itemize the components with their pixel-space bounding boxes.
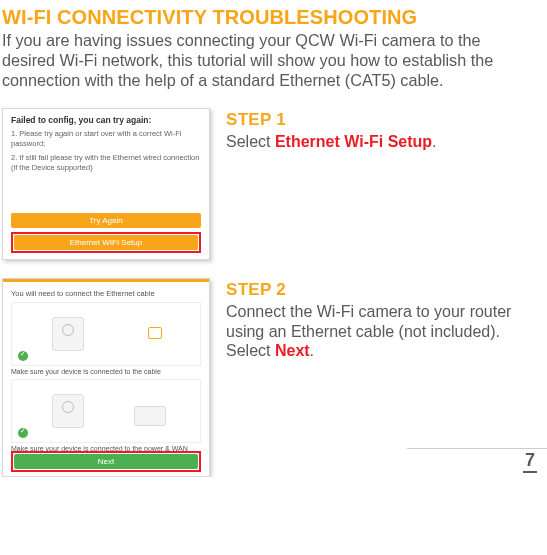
check-icon (18, 428, 28, 438)
step-2-body-post: . (310, 342, 314, 359)
page-heading: WI-FI CONNECTIVITY TROUBLESHOOTING (2, 6, 537, 29)
camera-icon (52, 317, 84, 351)
screen2-illustration-2 (11, 379, 201, 443)
check-icon (18, 351, 28, 361)
highlight-box-step2: Next (11, 451, 201, 472)
step-2-body-pre: Connect the Wi-Fi camera to your router … (226, 303, 511, 359)
next-button[interactable]: Next (14, 454, 198, 469)
step-2-body: Connect the Wi-Fi camera to your router … (226, 302, 537, 361)
step-1-body-pre: Select (226, 133, 275, 150)
screen1-line2: 2. If still fail please try with the Eth… (11, 153, 201, 173)
step-2-title: STEP 2 (226, 280, 537, 300)
screen2-topbar (3, 279, 209, 282)
page-number: 7 (523, 450, 537, 473)
try-again-button[interactable]: Try Again (11, 213, 201, 228)
screen2-illustration-1 (11, 302, 201, 366)
step-1-body: Select Ethernet Wi-Fi Setup. (226, 132, 537, 152)
page-footer-rule (407, 448, 547, 449)
step-1-title: STEP 1 (226, 110, 537, 130)
step-1-accent: Ethernet Wi-Fi Setup (275, 133, 432, 150)
ethernet-port-icon (148, 327, 162, 339)
camera-icon (52, 394, 84, 428)
router-icon (134, 406, 166, 426)
step-2-accent: Next (275, 342, 310, 359)
ethernet-wifi-setup-button[interactable]: Ethernet WIFI Setup (14, 235, 198, 250)
intro-paragraph: If you are having issues connecting your… (2, 31, 537, 90)
screen1-line1: 1. Please try again or start over with a… (11, 129, 201, 149)
screen1-title: Failed to config, you can try again: (11, 115, 201, 125)
highlight-box-step1: Ethernet WIFI Setup (11, 232, 201, 253)
screenshot-step-1: Failed to config, you can try again: 1. … (2, 108, 210, 260)
screen2-title: You will need to connect the Ethernet ca… (11, 289, 201, 298)
screen2-caption-1: Make sure your device is connected to th… (11, 368, 201, 375)
step-1-body-post: . (432, 133, 436, 150)
step-1-row: Failed to config, you can try again: 1. … (2, 108, 537, 260)
screenshot-step-2: You will need to connect the Ethernet ca… (2, 278, 210, 477)
